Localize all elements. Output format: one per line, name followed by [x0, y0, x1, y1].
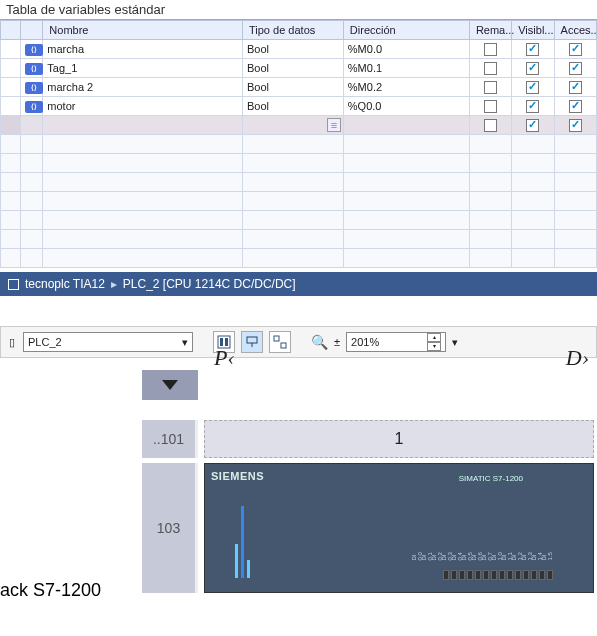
- cell-address[interactable]: %M0.0: [343, 40, 469, 59]
- cell-visible[interactable]: [512, 59, 554, 78]
- tag-icon: ⟨⟩: [21, 59, 43, 78]
- io-pin: [499, 570, 505, 580]
- io-pin: [475, 570, 481, 580]
- dropdown-icon: ▾: [182, 336, 188, 349]
- io-pin: [483, 570, 489, 580]
- cell-visible[interactable]: [512, 40, 554, 59]
- cell-address[interactable]: %M0.2: [343, 78, 469, 97]
- svg-marker-7: [162, 380, 178, 390]
- breadcrumb-device[interactable]: PLC_2 [CPU 1214C DC/DC/DC]: [123, 277, 296, 291]
- device-select[interactable]: PLC_2 ▾: [23, 332, 193, 352]
- io-pin: [491, 570, 497, 580]
- io-pin: [531, 570, 537, 580]
- variable-table: Nombre Tipo de datos Dirección Rema... V…: [0, 20, 597, 268]
- table-row[interactable]: ⟨⟩Tag_1Bool%M0.1: [1, 59, 597, 78]
- cell-type[interactable]: Bool: [243, 97, 344, 116]
- cell-type[interactable]: Bool: [243, 78, 344, 97]
- add-row[interactable]: ≡: [1, 116, 597, 135]
- tag-icon: ⟨⟩: [21, 97, 43, 116]
- io-pin: [507, 570, 513, 580]
- svg-rect-5: [274, 336, 279, 341]
- rack-collapse-button[interactable]: [142, 370, 198, 400]
- cell-retain[interactable]: [469, 40, 511, 59]
- zoom-value: 201%: [351, 336, 379, 348]
- header-visible[interactable]: Visibl...: [512, 21, 554, 40]
- plc-module[interactable]: SIEMENS SIMATIC S7-1200 DI 0.0DI 0.1DI 0…: [204, 463, 594, 593]
- device-toolbar: ▯ PLC_2 ▾ 🔍 ± 201% ▴▾ ▾: [0, 326, 597, 358]
- cell-type[interactable]: Bool: [243, 59, 344, 78]
- cell-name[interactable]: Tag_1: [43, 59, 243, 78]
- toolbar-left-icon[interactable]: ▯: [7, 336, 17, 349]
- type-dropdown-button[interactable]: ≡: [327, 118, 341, 132]
- plc-io-pins: [443, 570, 553, 580]
- breadcrumb-icon: [8, 279, 19, 290]
- cell-address[interactable]: %M0.1: [343, 59, 469, 78]
- toolbar-view-topology-button[interactable]: [269, 331, 291, 353]
- header-accessible[interactable]: Acces...: [554, 21, 596, 40]
- header-retain[interactable]: Rema...: [469, 21, 511, 40]
- slot-main[interactable]: 1: [204, 420, 594, 458]
- zoom-spinner[interactable]: ▴▾: [427, 333, 441, 351]
- cell-name[interactable]: marcha 2: [43, 78, 243, 97]
- slot-label-103[interactable]: 103: [142, 463, 198, 593]
- cell-name[interactable]: motor: [43, 97, 243, 116]
- cell-accessible[interactable]: [554, 78, 596, 97]
- rack-caption: ack S7-1200: [0, 580, 101, 601]
- io-pin: [515, 570, 521, 580]
- io-pin: [523, 570, 529, 580]
- toolbar-view-network-button[interactable]: [241, 331, 263, 353]
- cell-retain[interactable]: [469, 59, 511, 78]
- add-placeholder[interactable]: [43, 116, 243, 135]
- slot-label-101[interactable]: ..101: [142, 420, 198, 458]
- row-gutter: [1, 40, 21, 59]
- io-label: DI 1.5: [541, 552, 553, 561]
- empty-row: [1, 211, 597, 230]
- table-row[interactable]: ⟨⟩marchaBool%M0.0: [1, 40, 597, 59]
- breadcrumb-project[interactable]: tecnoplc TIA12: [25, 277, 105, 291]
- empty-row: [1, 135, 597, 154]
- table-row[interactable]: ⟨⟩marcha 2Bool%M0.2: [1, 78, 597, 97]
- cell-type[interactable]: Bool: [243, 40, 344, 59]
- cell-address[interactable]: %Q0.0: [343, 97, 469, 116]
- dropdown-icon[interactable]: ▾: [452, 336, 458, 349]
- plc-status-bars: [235, 506, 250, 578]
- row-gutter: [1, 97, 21, 116]
- cell-visible[interactable]: [512, 78, 554, 97]
- table-row[interactable]: ⟨⟩motorBool%Q0.0: [1, 97, 597, 116]
- zoom-input[interactable]: 201% ▴▾: [346, 332, 446, 352]
- io-pin: [451, 570, 457, 580]
- tag-icon: ⟨⟩: [21, 78, 43, 97]
- svg-rect-3: [247, 337, 257, 343]
- cell-name[interactable]: marcha: [43, 40, 243, 59]
- cell-accessible[interactable]: [554, 97, 596, 116]
- io-pin: [459, 570, 465, 580]
- header-address[interactable]: Dirección: [343, 21, 469, 40]
- cell-retain[interactable]: [469, 78, 511, 97]
- row-gutter: [1, 59, 21, 78]
- io-pin: [443, 570, 449, 580]
- zoom-marker-icon: ±: [334, 336, 340, 348]
- empty-row: [1, 249, 597, 268]
- cell-accessible[interactable]: [554, 59, 596, 78]
- chevron-right-icon: ▸: [111, 277, 117, 291]
- plc-model: SIMATIC S7-1200: [459, 474, 523, 483]
- rack-area: ..101 1 103 SIEMENS SIMATIC S7-1200 DI 0…: [0, 370, 597, 630]
- breadcrumb: tecnoplc TIA12 ▸ PLC_2 [CPU 1214C DC/DC/…: [0, 272, 597, 296]
- empty-row: [1, 154, 597, 173]
- plc-brand: SIEMENS: [211, 470, 264, 482]
- header-blank2: [21, 21, 43, 40]
- empty-row: [1, 173, 597, 192]
- io-pin: [547, 570, 553, 580]
- cell-visible[interactable]: [512, 97, 554, 116]
- zoom-in-icon[interactable]: 🔍: [311, 334, 328, 350]
- cell-retain[interactable]: [469, 97, 511, 116]
- io-pin: [467, 570, 473, 580]
- plc-io-labels: DI 0.0DI 0.1DI 0.2DI 0.3DI 0.4DI 0.5DI 0…: [412, 550, 551, 562]
- page-indicator-right: D›: [566, 345, 589, 371]
- header-type[interactable]: Tipo de datos: [243, 21, 344, 40]
- svg-rect-6: [281, 343, 286, 348]
- cell-accessible[interactable]: [554, 40, 596, 59]
- table-header: Nombre Tipo de datos Dirección Rema... V…: [1, 21, 597, 40]
- header-name[interactable]: Nombre: [43, 21, 243, 40]
- empty-row: [1, 230, 597, 249]
